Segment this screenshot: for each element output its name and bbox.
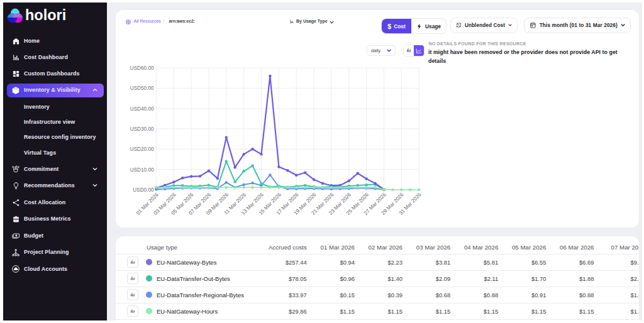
svg-text:USD20.00: USD20.00: [130, 146, 154, 152]
svg-text:USD60.00: USD60.00: [130, 65, 154, 71]
svg-text:USD10.00: USD10.00: [130, 167, 154, 173]
svg-text:USD50.00: USD50.00: [130, 85, 154, 91]
svg-text:USD40.00: USD40.00: [130, 106, 154, 112]
svg-text:USD30.00: USD30.00: [130, 126, 154, 132]
svg-text:USD0.00: USD0.00: [133, 187, 154, 193]
